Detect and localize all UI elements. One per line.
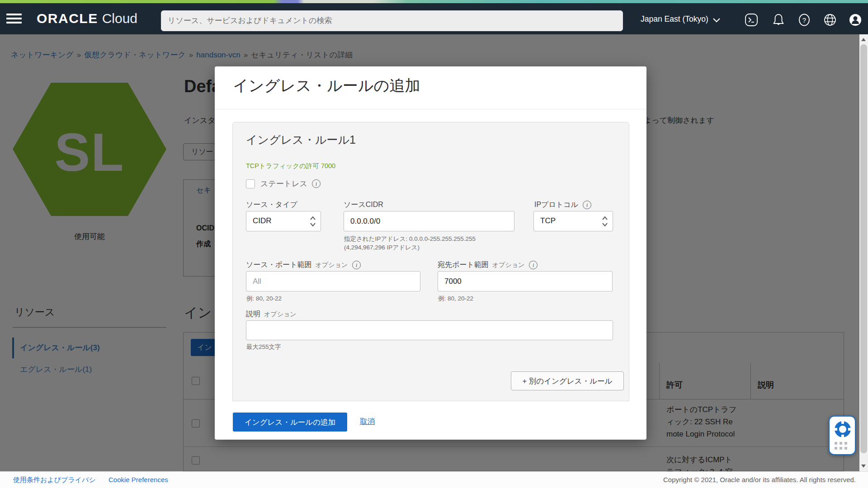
ingress-rule-card: イングレス・ルール1 TCPトラフィックの許可 7000 ステートレスi ソース… [232,122,629,401]
help-question-icon[interactable]: ? [797,13,811,27]
cidr-helper-line2: (4,294,967,296 IPアドレス) [344,244,420,252]
drag-dots-icon [835,442,851,450]
rule-section-title: イングレス・ルール1 [246,132,356,147]
rule-summary-text: TCPトラフィックの許可 7000 [246,162,335,170]
stateless-checkbox[interactable] [246,179,255,188]
terms-privacy-link[interactable]: 使用条件およびプライバシ [13,476,96,484]
ip-protocol-select[interactable]: TCP [533,211,613,231]
select-chevrons-icon [602,216,608,227]
stateless-label: ステートレス [260,179,307,188]
source-port-helper: 例: 80, 20-22 [246,295,282,303]
description-helper: 最大255文字 [246,343,281,351]
destination-port-input[interactable] [438,272,612,291]
ip-protocol-label: IPプロトコルi [534,200,591,210]
copyright-text: Copyright © 2021, Oracle and/or its affi… [663,476,856,483]
hamburger-menu-icon[interactable] [6,12,23,25]
scroll-up-arrow-icon[interactable] [861,38,866,41]
description-field [246,320,613,340]
assistant-widget[interactable] [829,416,856,455]
add-ingress-rule-dialog: イングレス・ルールの追加 イングレス・ルール1 TCPトラフィックの許可 700… [215,66,646,440]
scroll-down-arrow-icon[interactable] [861,465,866,468]
select-chevrons-icon [310,216,316,227]
chevron-down-icon [712,18,721,23]
dialog-header-divider [215,109,646,109]
logo-oracle-text: ORACLE [37,11,98,26]
language-globe-icon[interactable] [823,13,837,27]
source-type-select[interactable]: CIDR [246,211,321,231]
page-footer: 使用条件およびプライバシ Cookie Preferences Copyrigh… [0,471,868,488]
region-selector[interactable]: Japan East (Tokyo) [641,14,721,24]
source-port-input[interactable] [246,272,420,291]
top-gradient-bar [0,0,868,3]
oracle-cloud-console: ORACLECloud Japan East (Tokyo) ? ネットワーキン… [0,0,868,488]
life-ring-icon [833,420,852,439]
cookie-preferences-link[interactable]: Cookie Preferences [108,476,168,483]
info-icon[interactable]: i [312,179,321,188]
destination-port-label: 宛先ポート範囲オプションi [438,260,538,270]
cidr-helper-line1: 指定されたIPアドレス: 0.0.0.0-255.255.255.255 [344,235,476,243]
top-navigation-bar: ORACLECloud Japan East (Tokyo) ? [0,3,868,34]
scrollbar-thumb[interactable] [860,44,867,453]
source-type-label: ソース・タイプ [246,200,297,210]
vertical-scrollbar[interactable] [859,34,868,471]
source-port-label: ソース・ポート範囲オプションi [246,260,361,270]
destination-port-helper: 例: 80, 20-22 [438,295,473,303]
dialog-title: イングレス・ルールの追加 [233,75,420,96]
info-icon[interactable]: i [352,261,361,269]
source-cidr-field [344,211,514,231]
stateless-row: ステートレスi [246,178,321,189]
logo-cloud-text: Cloud [102,11,137,26]
source-cidr-label: ソースCIDR [344,200,383,210]
submit-add-ingress-rules-button[interactable]: イングレス・ルールの追加 [233,413,347,432]
region-label: Japan East (Tokyo) [641,14,708,23]
svg-text:?: ? [802,16,806,24]
cloud-shell-icon[interactable] [744,13,759,27]
user-profile-icon[interactable] [848,13,863,27]
info-icon[interactable]: i [583,201,591,209]
destination-port-field [438,271,613,291]
add-another-rule-button[interactable]: + 別のイングレス・ルール [511,371,624,390]
description-label: 説明オプション [246,310,297,319]
description-input[interactable] [246,321,613,340]
oracle-cloud-logo[interactable]: ORACLECloud [37,11,137,26]
cancel-link[interactable]: 取消 [360,417,375,427]
search-input[interactable] [161,11,623,31]
source-cidr-input[interactable] [344,211,514,231]
source-port-field [246,271,420,291]
global-search [161,10,623,31]
notifications-bell-icon[interactable] [771,13,786,27]
info-icon[interactable]: i [529,261,538,269]
